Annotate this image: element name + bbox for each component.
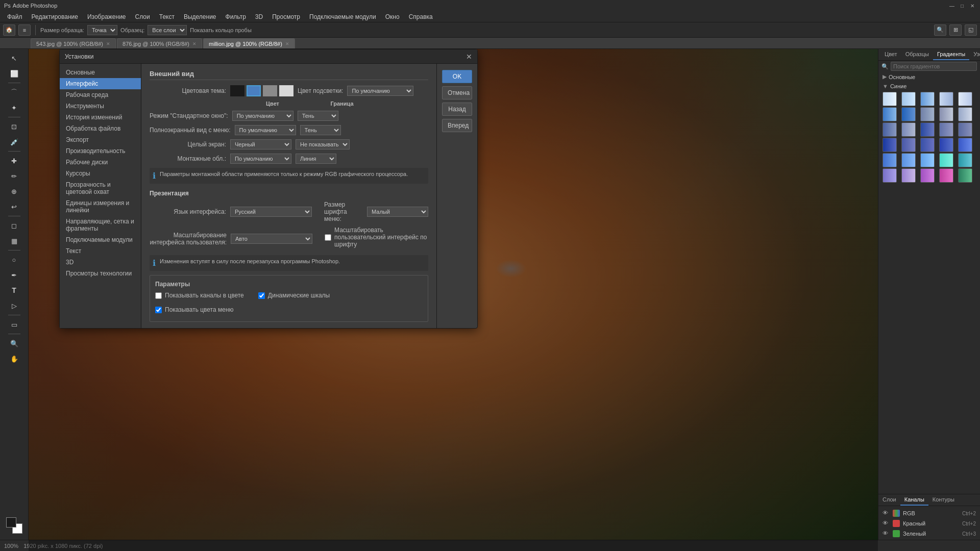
forward-button[interactable]: Вперед [442,119,472,132]
eyedropper-tool active[interactable]: 💉 [7,135,21,149]
move-tool[interactable]: ↖ [7,51,21,65]
swatch-21[interactable] [901,153,916,167]
sidebar-item-12[interactable]: Направляющие, сетка и фрагменты [60,216,141,234]
sidebar-item-3[interactable]: Инструменты [60,101,141,112]
channel-rgb[interactable]: 👁 RGB Ctrl+2 [880,508,978,518]
channel-green[interactable]: 👁 Зеленый Ctrl+3 [880,529,978,539]
swatch-10[interactable] [883,122,897,137]
tool-options-btn[interactable]: ≡ [18,24,31,36]
menu-plugins[interactable]: Подключаемые модули [305,12,380,21]
swatch-4[interactable] [958,92,972,106]
theme-swatch-dark[interactable] [230,85,244,96]
show-menu-colors-checkbox[interactable] [155,307,162,313]
shape-tool[interactable]: ▭ [7,317,21,332]
menu-image[interactable]: Изображение [83,12,130,21]
swatch-1[interactable] [901,92,916,106]
tab-close-0[interactable]: ✕ [106,41,110,46]
path-select-tool[interactable]: ▷ [7,298,21,313]
sidebar-item-13[interactable]: Подключаемые модули [60,234,141,245]
highlight-color-select[interactable]: По умолчанию [347,86,413,96]
arrange-btn[interactable]: ⊞ [949,24,962,36]
swatch-12[interactable] [920,122,935,137]
theme-swatch-medium-light[interactable] [263,85,277,96]
history-brush-tool[interactable]: ↩ [7,199,21,214]
magic-wand-tool[interactable]: ✦ [7,101,21,115]
type-tool[interactable]: T [7,283,21,297]
cancel-button[interactable]: Отмена [442,86,472,99]
show-channels-checkbox[interactable] [155,292,162,299]
fullscreen-menu-color-select[interactable]: По умолчанию [235,125,296,135]
tab-channels[interactable]: Каналы [900,494,928,506]
swatch-11[interactable] [901,122,916,137]
menu-filter[interactable]: Фильтр [222,12,250,21]
sample-select[interactable]: Все слои [148,25,187,35]
standard-mode-border-select[interactable]: Тень [298,111,338,121]
channel-eye-rgb[interactable]: 👁 [883,510,890,517]
sidebar-item-6[interactable]: Экспорт [60,134,141,145]
scale-font-checkbox[interactable] [325,234,331,241]
tab-layers[interactable]: Слои [878,494,900,506]
swatch-17[interactable] [920,138,935,152]
swatch-16[interactable] [901,138,916,152]
brush-tool[interactable]: ✏ [7,169,21,183]
dynamic-scales-checkbox[interactable] [258,292,265,299]
swatch-18[interactable] [939,138,953,152]
hand-tool[interactable]: ✋ [7,352,21,366]
swatch-5[interactable] [883,107,897,121]
swatch-22[interactable] [920,153,935,167]
menu-select[interactable]: Выделение [180,12,220,21]
close-app-btn[interactable]: ✕ [969,2,976,9]
tab-close-1[interactable]: ✕ [192,41,197,46]
theme-swatch-medium-dark[interactable] [247,85,261,96]
swatch-23[interactable] [939,153,953,167]
sidebar-item-5[interactable]: Обработка файлов [60,123,141,134]
dodge-tool[interactable]: ○ [7,253,21,267]
swatch-25[interactable] [883,168,897,183]
clone-tool[interactable]: ⊕ [7,184,21,198]
size-select[interactable]: Точка [87,25,117,35]
sidebar-item-15[interactable]: 3D [60,257,141,268]
group-header-blues[interactable]: ▼ Синие [878,82,980,91]
scaling-select[interactable]: Авто [231,234,312,244]
theme-swatch-light[interactable] [279,85,293,96]
swatch-28[interactable] [939,168,953,183]
swatch-13[interactable] [939,122,953,137]
maximize-btn[interactable]: □ [959,2,966,9]
foreground-color[interactable] [6,517,16,528]
tab-1[interactable]: 876.jpg @ 100% (RGB/8#) ✕ [117,38,202,48]
menu-text[interactable]: Текст [155,12,179,21]
font-size-select[interactable]: Малый [367,207,428,217]
swatch-15[interactable] [883,138,897,152]
sidebar-item-7[interactable]: Производительность [60,145,141,157]
tab-0[interactable]: 543.jpg @ 100% (RGB/8#) ✕ [31,38,116,48]
swatch-24[interactable] [958,153,972,167]
swatch-26[interactable] [901,168,916,183]
sidebar-item-11[interactable]: Единицы измерения и линейки [60,197,141,216]
menu-view[interactable]: Просмотр [268,12,304,21]
swatch-9[interactable] [958,107,972,121]
eraser-tool[interactable]: ◻ [7,218,21,233]
sidebar-item-4[interactable]: История изменений [60,112,141,123]
crop-tool[interactable]: ⊡ [7,119,21,134]
fullscreen-border-select[interactable]: Не показывать [296,139,350,149]
swatch-2[interactable] [920,92,935,106]
standard-mode-color-select[interactable]: По умолчанию [232,111,293,121]
swatch-8[interactable] [939,107,953,121]
select-rect-tool[interactable]: ⬜ [7,66,21,81]
panel-tab-color[interactable]: Цвет [880,49,901,60]
channel-red[interactable]: 👁 Красный Ctrl+2 [880,518,978,529]
lasso-tool[interactable]: ⌒ [7,85,21,99]
swatch-20[interactable] [883,153,897,167]
home-btn[interactable]: 🏠 [3,24,15,36]
artboard-border-select[interactable]: Линия [296,154,336,164]
zoom-tool[interactable]: 🔍 [7,336,21,350]
dialog-close-btn[interactable]: ✕ [466,53,472,61]
swatch-27[interactable] [920,168,935,183]
fullscreen-menu-border-select[interactable]: Тень [300,125,341,135]
panel-tab-swatches[interactable]: Образцы [901,49,933,60]
tab-close-2[interactable]: ✕ [285,41,289,46]
minimize-btn[interactable]: — [948,2,955,9]
back-button[interactable]: Назад [442,103,472,116]
sidebar-item-14[interactable]: Текст [60,245,141,257]
menu-3d[interactable]: 3D [251,12,267,21]
